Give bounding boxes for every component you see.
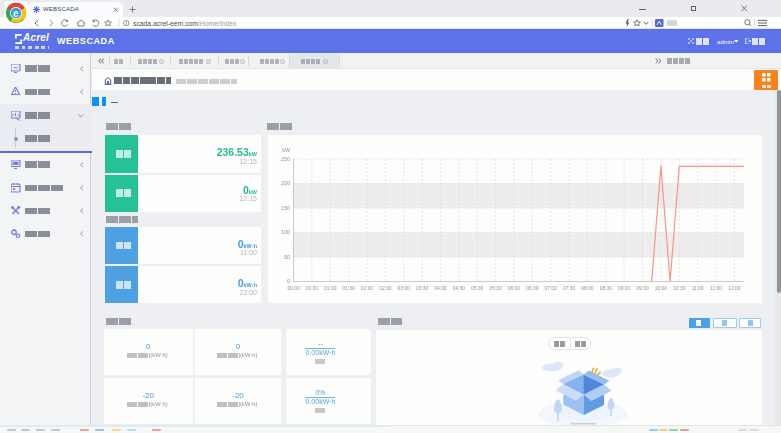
svg-text:07:30: 07:30 bbox=[563, 286, 576, 291]
svg-text:06:30: 06:30 bbox=[526, 286, 539, 291]
svg-text:11:30: 11:30 bbox=[710, 286, 722, 291]
svg-text:09:30: 09:30 bbox=[636, 286, 649, 291]
svg-text:150: 150 bbox=[281, 205, 290, 211]
svg-text:kW: kW bbox=[282, 147, 291, 153]
svg-text:03:30: 03:30 bbox=[416, 286, 429, 291]
svg-text:05:00: 05:00 bbox=[471, 286, 484, 291]
svg-text:03:00: 03:00 bbox=[398, 286, 411, 291]
svg-text:09:00: 09:00 bbox=[618, 286, 631, 291]
svg-text:0: 0 bbox=[287, 278, 290, 284]
svg-text:00:00: 00:00 bbox=[287, 286, 300, 291]
svg-text:200: 200 bbox=[281, 180, 290, 186]
svg-text:04:30: 04:30 bbox=[453, 286, 466, 291]
svg-text:08:30: 08:30 bbox=[600, 286, 613, 291]
svg-text:12:00: 12:00 bbox=[728, 286, 741, 291]
svg-text:08:00: 08:00 bbox=[581, 286, 594, 291]
svg-text:06:00: 06:00 bbox=[508, 286, 521, 291]
svg-text:04:00: 04:00 bbox=[434, 286, 447, 291]
svg-text:00:30: 00:30 bbox=[306, 286, 319, 291]
svg-text:100: 100 bbox=[281, 229, 290, 235]
svg-text:05:30: 05:30 bbox=[489, 286, 502, 291]
svg-text:01:30: 01:30 bbox=[342, 286, 355, 291]
svg-text:11:00: 11:00 bbox=[692, 286, 704, 291]
svg-text:02:30: 02:30 bbox=[379, 286, 392, 291]
svg-text:50: 50 bbox=[284, 254, 290, 260]
svg-text:07:00: 07:00 bbox=[545, 286, 558, 291]
svg-text:250: 250 bbox=[281, 156, 290, 162]
svg-text:02:00: 02:00 bbox=[361, 286, 374, 291]
svg-text:10:00: 10:00 bbox=[655, 286, 668, 291]
svg-text:01:00: 01:00 bbox=[324, 286, 337, 291]
svg-text:e: e bbox=[13, 6, 19, 18]
svg-text:10:30: 10:30 bbox=[673, 286, 686, 291]
